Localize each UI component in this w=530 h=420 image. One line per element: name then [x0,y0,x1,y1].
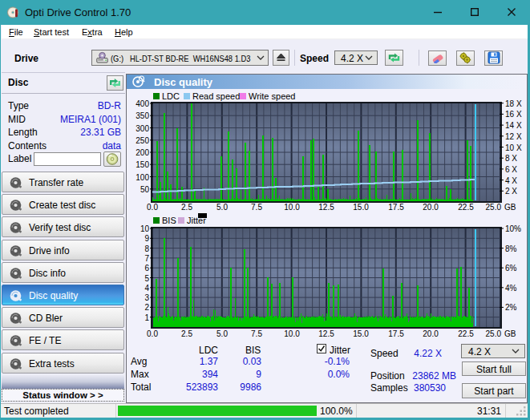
svg-text:100: 100 [136,173,149,182]
svg-text:2%: 2% [505,303,517,312]
svg-text:7.5: 7.5 [251,329,262,338]
svg-text:4 X: 4 X [505,176,517,185]
svg-text:1: 1 [144,313,149,322]
svg-text:2.5: 2.5 [181,329,192,338]
svg-text:16 X: 16 X [505,110,522,119]
svg-text:400: 400 [136,99,149,108]
svg-text:8: 8 [144,244,149,253]
svg-text:15.0: 15.0 [353,203,369,212]
svg-text:14 X: 14 X [505,121,522,130]
svg-text:BIS: BIS [162,216,176,225]
svg-text:50: 50 [140,185,150,194]
svg-text:12 X: 12 X [505,132,522,141]
svg-text:10 X: 10 X [505,143,522,152]
svg-text:20.0: 20.0 [423,203,439,212]
svg-text:5.0: 5.0 [216,203,228,212]
svg-text:25.0: 25.0 [486,329,502,338]
svg-text:5: 5 [144,274,149,283]
svg-text:5.0: 5.0 [216,329,228,338]
svg-text:12.5: 12.5 [318,203,334,212]
svg-text:7: 7 [144,254,149,263]
svg-text:20.0: 20.0 [423,329,439,338]
svg-text:2: 2 [144,303,149,312]
svg-text:300: 300 [136,124,149,133]
svg-text:Read speed: Read speed [192,91,240,101]
svg-text:8 X: 8 X [505,154,517,163]
svg-text:200: 200 [136,148,149,157]
svg-text:10.0: 10.0 [284,203,300,212]
svg-text:22.5: 22.5 [458,329,474,338]
svg-text:8%: 8% [505,244,517,253]
svg-text:350: 350 [136,111,149,120]
svg-text:0.0: 0.0 [147,203,158,212]
svg-text:10: 10 [140,224,150,233]
svg-text:4: 4 [144,284,149,293]
svg-text:250: 250 [136,136,149,145]
svg-text:12.5: 12.5 [318,329,334,338]
svg-text:GB: GB [504,203,516,212]
svg-text:7.5: 7.5 [251,203,262,212]
svg-text:17.5: 17.5 [388,329,404,338]
svg-text:17.5: 17.5 [388,203,404,212]
svg-text:0.0: 0.0 [147,329,158,338]
svg-text:25.0: 25.0 [486,203,502,212]
svg-text:10.0: 10.0 [284,329,300,338]
svg-text:6%: 6% [505,264,517,273]
svg-text:2.5: 2.5 [181,203,192,212]
svg-text:10%: 10% [505,224,521,233]
svg-text:6: 6 [144,264,149,273]
svg-text:3: 3 [144,293,149,302]
svg-text:LDC: LDC [162,91,180,101]
svg-text:15.0: 15.0 [353,329,369,338]
svg-text:Write speed: Write speed [249,91,296,101]
svg-text:4%: 4% [505,284,517,293]
svg-text:6 X: 6 X [505,165,517,174]
svg-text:GB: GB [504,329,516,338]
svg-text:9: 9 [144,234,149,243]
svg-text:22.5: 22.5 [458,203,474,212]
svg-text:18 X: 18 X [505,99,522,108]
svg-text:150: 150 [136,160,149,169]
svg-text:2 X: 2 X [505,187,517,196]
